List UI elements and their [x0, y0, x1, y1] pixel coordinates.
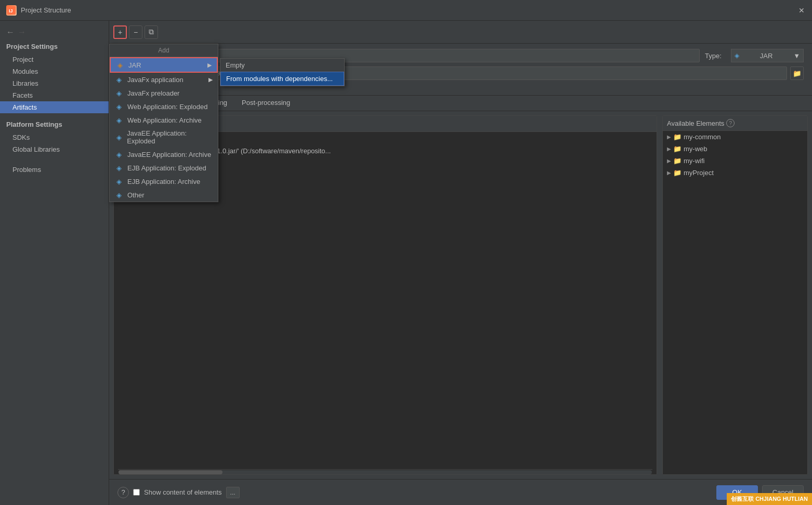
chevron-right-icon-2: ▶ [667, 158, 671, 164]
sidebar-item-project[interactable]: Project [0, 54, 109, 65]
browse-folder-button[interactable]: 📁 [790, 67, 804, 80]
available-elements-panel: Available Elements ? ▶ 📁 my-common ▶ 📁 m… [662, 115, 808, 475]
menu-item-web-exploded[interactable]: ◈ Web Application: Exploded [110, 100, 218, 113]
menu-item-ejb-archive[interactable]: ◈ EJB Application: Archive [110, 175, 218, 188]
avail-item-my-common[interactable]: ▶ 📁 my-common [663, 131, 807, 143]
gear-icon-3: ◈ [115, 116, 123, 124]
close-button[interactable]: ✕ [797, 6, 806, 15]
app-icon: IJ [6, 5, 17, 16]
sidebar-item-facets[interactable]: Facets [0, 89, 109, 101]
sidebar-item-libraries[interactable]: Libraries [0, 77, 109, 89]
horizontal-scrollbar[interactable] [118, 469, 652, 474]
type-select[interactable]: ◈ JAR ▼ [731, 49, 804, 62]
menu-item-javafx-preloader[interactable]: ◈ JavaFx preloader [110, 86, 218, 100]
chevron-right-icon-1: ▶ [667, 146, 671, 152]
watermark: 创酱互联 CHJIANG HUTLIAN [727, 493, 812, 505]
global-help-button[interactable]: ? [117, 487, 129, 498]
available-elements-header: Available Elements ? [663, 116, 807, 131]
menu-item-javaee-exploded[interactable]: ◈ JavaEE Application: Exploded [110, 127, 218, 148]
toolbar: + − ⧉ Add ◈ JAR ▶ Empty From modules wit… [109, 21, 812, 44]
avail-item-my-project[interactable]: ▶ 📁 myProject [663, 167, 807, 179]
submenu-empty[interactable]: Empty [220, 59, 344, 72]
gear-icon-2: ◈ [115, 102, 123, 111]
sidebar-item-sdks[interactable]: SDKs [0, 131, 109, 143]
gear-icon-4: ◈ [115, 133, 123, 141]
gear-icon-5: ◈ [115, 150, 123, 158]
add-artifact-button[interactable]: + [113, 25, 127, 39]
sidebar-item-modules[interactable]: Modules [0, 65, 109, 77]
gear-icon-7: ◈ [115, 177, 123, 185]
forward-button[interactable]: → [18, 28, 26, 36]
menu-item-ejb-exploded[interactable]: ◈ EJB Application: Exploded [110, 161, 218, 175]
bottom-left: ? Show content of elements ... [117, 487, 240, 498]
gear-icon-0: ◈ [115, 75, 123, 84]
show-content-label: Show content of elements [144, 488, 222, 496]
chevron-right-icon-0: ▶ [667, 134, 671, 140]
sidebar-item-artifacts[interactable]: Artifacts [0, 101, 109, 113]
svg-text:IJ: IJ [9, 8, 13, 14]
menu-header: Add [110, 44, 218, 57]
jar-submenu: Empty From modules with dependencies... [220, 58, 345, 86]
platform-settings-header: Platform Settings [0, 117, 109, 131]
show-content-checkbox[interactable] [133, 489, 140, 496]
folder-icon-3: 📁 [673, 169, 682, 177]
gear-icon-6: ◈ [115, 164, 123, 172]
chevron-right-icon-3: ▶ [667, 170, 671, 176]
type-label: Type: [705, 52, 726, 60]
remove-artifact-button[interactable]: − [129, 25, 142, 39]
jar-icon: ◈ [116, 61, 124, 69]
folder-icon-2: 📁 [673, 157, 682, 165]
menu-item-javaee-archive[interactable]: ◈ JavaEE Application: Archive [110, 148, 218, 161]
tab-postprocessing[interactable]: Post-processing [234, 96, 297, 111]
help-circle-icon: ? [726, 119, 735, 127]
menu-item-javafx-app[interactable]: ◈ JavaFx application ▶ [110, 73, 218, 86]
menu-item-other[interactable]: ◈ Other [110, 188, 218, 202]
sidebar-item-global-libraries[interactable]: Global Libraries [0, 143, 109, 155]
gear-icon-8: ◈ [115, 191, 123, 199]
menu-item-jar[interactable]: ◈ JAR ▶ Empty From modules with dependen… [110, 57, 218, 73]
window-title: Project Structure [21, 6, 71, 14]
gear-icon-1: ◈ [115, 89, 123, 97]
folder-icon-1: 📁 [673, 145, 682, 153]
content-area: + − ⧉ Add ◈ JAR ▶ Empty From modules wit… [109, 21, 812, 505]
back-button[interactable]: ← [6, 28, 15, 36]
folder-icon-0: 📁 [673, 133, 682, 141]
bottom-bar: ? Show content of elements ... OK Cancel [109, 479, 812, 505]
submenu-arrow-1: ▶ [208, 76, 213, 83]
window-controls: ✕ [797, 6, 806, 15]
avail-item-my-wifi[interactable]: ▶ 📁 my-wifi [663, 155, 807, 167]
title-bar-left: IJ Project Structure [6, 5, 71, 16]
sidebar: ← → Project Settings Project Modules Lib… [0, 21, 109, 505]
project-settings-header: Project Settings [0, 39, 109, 54]
jar-type-icon: ◈ [735, 52, 739, 59]
copy-artifact-button[interactable]: ⧉ [145, 25, 158, 39]
add-dropdown-menu: Add ◈ JAR ▶ Empty From modules with depe… [109, 44, 218, 202]
show-content-settings-button[interactable]: ... [226, 487, 240, 498]
type-value: JAR [760, 52, 773, 60]
avail-item-my-web[interactable]: ▶ 📁 my-web [663, 143, 807, 155]
title-bar: IJ Project Structure ✕ [0, 0, 812, 21]
submenu-arrow: ▶ [207, 62, 212, 69]
sidebar-item-problems[interactable]: Problems [0, 164, 109, 176]
dropdown-arrow: ▼ [793, 52, 800, 60]
submenu-from-modules[interactable]: From modules with dependencies... [220, 72, 344, 86]
menu-item-web-archive[interactable]: ◈ Web Application: Archive [110, 113, 218, 127]
